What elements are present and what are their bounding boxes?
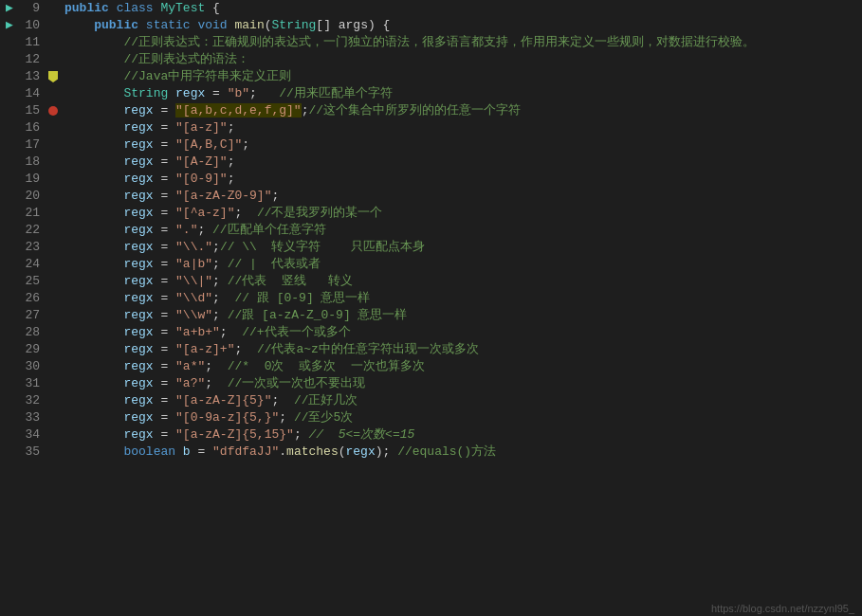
table-row: 26 regx = "\\d"; // 跟 [0-9] 意思一样 (0, 290, 862, 307)
breakpoint-cell[interactable]: ▶ (0, 17, 19, 34)
bookmark-cell[interactable] (46, 358, 61, 375)
line-number: 21 (19, 205, 46, 222)
table-row: 32 regx = "[a-zA-Z]{5}"; //正好几次 (0, 392, 862, 409)
breakpoint-cell[interactable] (0, 222, 19, 239)
table-row: 28 regx = "a+b+"; //+代表一个或多个 (0, 324, 862, 341)
line-number: 14 (19, 85, 46, 102)
bookmark-cell[interactable] (46, 51, 61, 68)
breakpoint-cell[interactable] (0, 290, 19, 307)
breakpoint-cell[interactable] (0, 68, 19, 85)
line-number: 30 (19, 358, 46, 375)
bookmark-cell[interactable] (46, 34, 61, 51)
code-line: regx = "[a,b,c,d,e,f,g]";//这个集合中所罗列的的任意一… (61, 102, 862, 119)
line-number: 19 (19, 171, 46, 188)
line-number: 27 (19, 307, 46, 324)
breakpoint-cell[interactable] (0, 34, 19, 51)
table-row: 14 String regx = "b"; //用来匹配单个字符 (0, 85, 862, 102)
bookmark-cell[interactable] (46, 136, 61, 154)
bookmark-cell[interactable] (46, 222, 61, 239)
bookmark-cell[interactable] (46, 171, 61, 188)
table-row: 12 //正则表达式的语法： (0, 51, 862, 68)
code-line: regx = "[a-zA-Z]{5}"; //正好几次 (61, 392, 862, 409)
code-line: regx = "."; //匹配单个任意字符 (61, 222, 862, 239)
breakpoint-cell[interactable] (0, 102, 19, 119)
code-line: regx = "[0-9]"; (61, 171, 862, 188)
breakpoint-arrow-icon: ▶ (6, 17, 13, 34)
breakpoint-cell[interactable] (0, 358, 19, 375)
bookmark-icon (48, 71, 58, 82)
bookmark-cell[interactable] (46, 273, 61, 290)
bookmark-cell[interactable] (46, 256, 61, 273)
bookmark-cell[interactable] (46, 17, 61, 34)
breakpoint-cell[interactable] (0, 85, 19, 102)
code-line: public class MyTest { (61, 0, 862, 17)
bookmark-cell[interactable] (46, 188, 61, 205)
line-number: 28 (19, 324, 46, 341)
line-number: 18 (19, 154, 46, 171)
line-number: 23 (19, 239, 46, 256)
breakpoint-cell[interactable]: ▶ (0, 0, 19, 17)
breakpoint-cell[interactable] (0, 51, 19, 68)
code-line: regx = "a*"; //* 0次 或多次 一次也算多次 (61, 358, 862, 375)
code-line: regx = "\\w"; //跟 [a-zA-Z_0-9] 意思一样 (61, 307, 862, 324)
bookmark-cell[interactable] (46, 307, 61, 324)
breakpoint-cell[interactable] (0, 426, 19, 444)
bookmark-cell[interactable] (46, 0, 61, 17)
bookmark-cell[interactable] (46, 205, 61, 222)
code-line: regx = "a?"; //一次或一次也不要出现 (61, 375, 862, 392)
table-row: 11 //正则表达式：正确规则的表达式，一门独立的语法，很多语言都支持，作用用来… (0, 34, 862, 51)
line-number: 15 (19, 102, 46, 119)
table-row: 22 regx = "."; //匹配单个任意字符 (0, 222, 862, 239)
breakpoint-cell[interactable] (0, 256, 19, 273)
breakpoint-cell[interactable] (0, 307, 19, 324)
breakpoint-cell[interactable] (0, 154, 19, 171)
code-line: public static void main(String[] args) { (61, 17, 862, 34)
table-row: 20 regx = "[a-zA-Z0-9]"; (0, 188, 862, 205)
breakpoint-cell[interactable] (0, 409, 19, 426)
bookmark-cell[interactable] (46, 119, 61, 136)
line-number: 17 (19, 136, 46, 154)
bookmark-cell[interactable] (46, 444, 61, 461)
bookmark-cell[interactable] (46, 68, 61, 85)
code-line: regx = "[A,B,C]"; (61, 136, 862, 154)
breakpoint-cell[interactable] (0, 205, 19, 222)
breakpoint-cell[interactable] (0, 324, 19, 341)
table-row: 35 boolean b = "dfdfaJJ".matches(regx); … (0, 444, 862, 461)
breakpoint-cell[interactable] (0, 375, 19, 392)
line-number: 26 (19, 290, 46, 307)
breakpoint-cell[interactable] (0, 273, 19, 290)
bookmark-cell[interactable] (46, 375, 61, 392)
code-line: regx = "[a-zA-Z]{5,15}"; // 5<=次数<=15 (61, 426, 862, 444)
breakpoint-dot-icon (48, 106, 58, 116)
code-line: regx = "\\d"; // 跟 [0-9] 意思一样 (61, 290, 862, 307)
table-row: 18 regx = "[A-Z]"; (0, 154, 862, 171)
bookmark-cell[interactable] (46, 409, 61, 426)
bookmark-cell[interactable] (46, 426, 61, 444)
bookmark-cell[interactable] (46, 324, 61, 341)
line-number: 25 (19, 273, 46, 290)
bookmark-cell[interactable] (46, 85, 61, 102)
breakpoint-cell[interactable] (0, 119, 19, 136)
bookmark-cell[interactable] (46, 392, 61, 409)
breakpoint-cell[interactable] (0, 392, 19, 409)
line-number: 24 (19, 256, 46, 273)
breakpoint-cell[interactable] (0, 136, 19, 154)
breakpoint-cell[interactable] (0, 444, 19, 461)
code-line: regx = "\\.";// \\ 转义字符 只匹配点本身 (61, 239, 862, 256)
bookmark-cell[interactable] (46, 239, 61, 256)
table-row: 24 regx = "a|b"; // | 代表或者 (0, 256, 862, 273)
bookmark-cell[interactable] (46, 290, 61, 307)
breakpoint-cell[interactable] (0, 188, 19, 205)
table-row: 25 regx = "\\|"; //代表 竖线 转义 (0, 273, 862, 290)
table-row: 19 regx = "[0-9]"; (0, 171, 862, 188)
breakpoint-cell[interactable] (0, 239, 19, 256)
code-line: regx = "a|b"; // | 代表或者 (61, 256, 862, 273)
bookmark-cell[interactable] (46, 154, 61, 171)
breakpoint-cell[interactable] (0, 171, 19, 188)
bookmark-cell[interactable] (46, 102, 61, 119)
table-row: 31 regx = "a?"; //一次或一次也不要出现 (0, 375, 862, 392)
breakpoint-cell[interactable] (0, 341, 19, 358)
code-area: ▶9public class MyTest {▶10 public static… (0, 0, 862, 616)
line-number: 20 (19, 188, 46, 205)
bookmark-cell[interactable] (46, 341, 61, 358)
